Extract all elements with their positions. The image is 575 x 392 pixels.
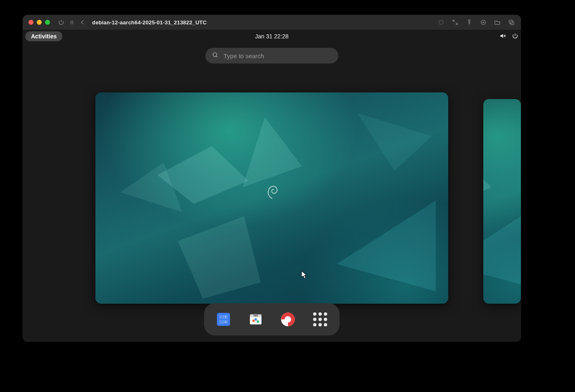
window-controls bbox=[29, 20, 50, 25]
svg-rect-6 bbox=[217, 313, 230, 326]
power-icon[interactable] bbox=[57, 19, 65, 26]
folder-icon[interactable] bbox=[494, 19, 501, 26]
close-button[interactable] bbox=[29, 20, 33, 25]
dash bbox=[204, 303, 340, 335]
svg-rect-7 bbox=[219, 315, 228, 319]
activities-button[interactable]: Activities bbox=[25, 31, 62, 41]
vm-title: debian-12-aarch64-2025-01-31_213822_UTC bbox=[92, 19, 207, 26]
debian-logo-icon bbox=[265, 184, 279, 200]
svg-point-1 bbox=[481, 20, 486, 25]
svg-point-9 bbox=[225, 316, 226, 317]
workspace-1[interactable] bbox=[95, 92, 448, 304]
guest-screen: Activities Jan 31 22:28 bbox=[23, 30, 521, 342]
maximize-button[interactable] bbox=[45, 20, 50, 25]
app-grid-icon bbox=[313, 312, 327, 326]
svg-point-10 bbox=[225, 321, 226, 323]
expand-icon[interactable] bbox=[451, 19, 459, 26]
pause-icon[interactable] bbox=[68, 19, 76, 26]
vm-titlebar-right bbox=[437, 19, 515, 26]
volume-muted-icon[interactable] bbox=[499, 33, 506, 40]
svg-point-15 bbox=[257, 320, 259, 323]
vm-titlebar: debian-12-aarch64-2025-01-31_213822_UTC bbox=[23, 15, 521, 30]
dock-item-files[interactable] bbox=[213, 309, 234, 330]
mouse-cursor-icon bbox=[301, 271, 307, 279]
power-icon[interactable] bbox=[512, 33, 518, 40]
minimize-button[interactable] bbox=[37, 20, 42, 25]
wallpaper bbox=[483, 99, 521, 304]
dock-item-software[interactable] bbox=[245, 309, 266, 330]
dock-item-app-grid[interactable] bbox=[310, 309, 330, 330]
svg-point-14 bbox=[254, 318, 257, 321]
overview-search[interactable] bbox=[205, 48, 338, 64]
dock-item-help[interactable] bbox=[278, 309, 298, 330]
gnome-topbar: Activities Jan 31 22:28 bbox=[23, 30, 521, 43]
windows-icon[interactable] bbox=[508, 19, 515, 26]
clock[interactable]: Jan 31 22:28 bbox=[255, 33, 289, 40]
svg-point-5 bbox=[213, 53, 217, 57]
svg-point-13 bbox=[252, 319, 255, 322]
svg-rect-0 bbox=[468, 20, 470, 21]
search-icon bbox=[212, 52, 219, 60]
workspace-2[interactable] bbox=[483, 99, 521, 304]
svg-point-17 bbox=[285, 316, 291, 322]
usb-icon[interactable] bbox=[466, 19, 473, 26]
svg-point-2 bbox=[483, 22, 484, 23]
disc-icon[interactable] bbox=[480, 19, 487, 26]
vm-window: debian-12-aarch64-2025-01-31_213822_UTC bbox=[23, 15, 521, 342]
back-icon[interactable] bbox=[79, 19, 86, 26]
status-area[interactable] bbox=[499, 33, 518, 40]
svg-rect-8 bbox=[219, 320, 228, 324]
spinner-icon[interactable] bbox=[437, 19, 445, 26]
search-input[interactable] bbox=[223, 52, 332, 59]
